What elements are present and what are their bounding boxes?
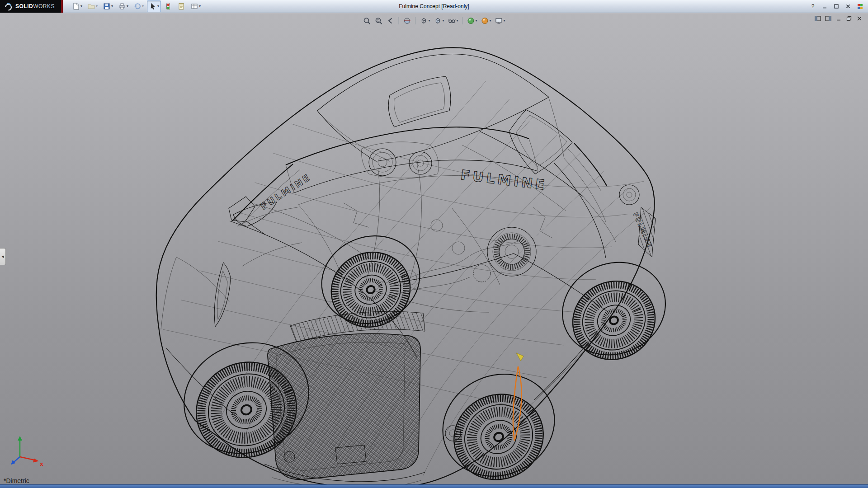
reference-triad: x: [6, 432, 45, 469]
view-orientation-button[interactable]: ▾: [419, 16, 431, 26]
main-toolbar: ▾ ▾ ▾ ▾: [63, 0, 203, 12]
file-properties-button[interactable]: [175, 0, 187, 12]
apply-scene-button[interactable]: ▾: [480, 16, 492, 26]
axis-x-label: x: [40, 461, 43, 467]
graphics-area[interactable]: FULMINE FULMINE FULMINE: [0, 13, 868, 485]
undo-icon: [133, 2, 142, 10]
close-button[interactable]: [844, 2, 853, 10]
edit-appearance-button[interactable]: ▾: [466, 16, 478, 26]
brand-text: SOLIDWORKS: [15, 3, 55, 9]
doc-pane-right-button[interactable]: [824, 15, 832, 22]
view-orientation-cube-icon: [420, 17, 428, 25]
dropdown-caret[interactable]: ▾: [127, 5, 128, 8]
options-button[interactable]: ▾: [189, 0, 203, 12]
brand-bold: SOLID: [15, 3, 33, 9]
print-icon: [118, 2, 126, 10]
minimize-button[interactable]: [820, 2, 829, 10]
help-icon: ?: [811, 3, 815, 9]
dropdown-caret[interactable]: ▾: [504, 19, 505, 23]
pane-right-icon: [825, 16, 831, 21]
save-button[interactable]: ▾: [101, 0, 115, 12]
highlighted-edge[interactable]: [513, 353, 524, 441]
maximize-icon: [834, 4, 839, 9]
dropdown-caret[interactable]: ▾: [476, 19, 477, 23]
dropdown-caret[interactable]: ▾: [96, 5, 98, 8]
dropdown-caret[interactable]: ▾: [111, 5, 113, 8]
pane-left-icon: [815, 16, 821, 21]
model-view[interactable]: FULMINE FULMINE FULMINE: [0, 13, 868, 485]
print-button[interactable]: ▾: [116, 0, 130, 12]
help-button[interactable]: ?: [808, 2, 817, 10]
zoom-to-fit-button[interactable]: [362, 16, 372, 26]
taskbar-edge: [0, 484, 868, 488]
rebuild-traffic-light-icon: [164, 2, 172, 10]
rebuild-button[interactable]: [162, 0, 174, 12]
glasses-icon: [448, 17, 456, 25]
doc-close-icon: [857, 16, 862, 21]
display-style-button[interactable]: ▾: [433, 16, 445, 26]
heads-up-view-toolbar: ▾ ▾ ▾ ▾: [359, 15, 509, 27]
section-view-icon: [403, 17, 411, 25]
maximize-button[interactable]: [832, 2, 841, 10]
brand-light: WORKS: [33, 3, 55, 9]
toolbar-separator: [462, 17, 463, 24]
open-folder-icon: [87, 2, 95, 10]
solidworks-logo: SOLIDWORKS: [0, 0, 61, 13]
dropdown-caret[interactable]: ▾: [442, 19, 444, 23]
open-button[interactable]: ▾: [85, 0, 99, 12]
document-window-controls: [814, 15, 863, 22]
save-icon: [103, 2, 111, 10]
dropdown-caret[interactable]: ▾: [428, 19, 430, 23]
doc-restore-icon: [846, 16, 852, 21]
select-cursor-icon: [149, 2, 157, 10]
toolbar-separator: [398, 17, 399, 24]
doc-minimize-icon: [836, 16, 841, 21]
display-style-icon: [434, 17, 442, 25]
section-view-button[interactable]: [402, 16, 412, 26]
new-document-icon: [72, 2, 80, 10]
wheels: [181, 240, 668, 485]
flyout-arrow-icon: ◀: [1, 255, 4, 258]
dropdown-caret[interactable]: ▾: [142, 5, 144, 8]
window-title: Fulmine Concept [Read-only]: [399, 3, 469, 9]
view-orientation-label: *Dimetric: [4, 477, 29, 484]
appearance-sphere-icon: [467, 17, 475, 25]
side-mirror: [229, 197, 255, 222]
dropdown-caret[interactable]: ▾: [157, 5, 159, 8]
undo-button[interactable]: ▾: [132, 0, 146, 12]
dropdown-caret[interactable]: ▾: [456, 19, 458, 23]
rear-badge: FULMINE: [460, 167, 548, 193]
view-settings-button[interactable]: ▾: [494, 16, 506, 26]
dropdown-caret[interactable]: ▾: [80, 5, 82, 8]
doc-close-button[interactable]: [855, 15, 863, 22]
file-properties-icon: [177, 2, 185, 10]
scene-sphere-icon: [481, 17, 489, 25]
previous-view-button[interactable]: [385, 16, 395, 26]
dassault-swirl-icon: [4, 2, 13, 11]
select-button[interactable]: ▾: [147, 0, 161, 12]
solidworks-window: SOLIDWORKS ▾ ▾ ▾: [0, 0, 868, 488]
doc-pane-left-button[interactable]: [814, 15, 822, 22]
view-settings-icon: [495, 17, 503, 25]
feature-tree-flyout-tab[interactable]: ◀: [0, 248, 6, 265]
doc-minimize-button[interactable]: [835, 15, 843, 22]
minimize-icon: [822, 4, 827, 9]
window-controls: ?: [808, 2, 868, 10]
zoom-to-area-icon: [374, 17, 382, 25]
previous-view-icon: [386, 17, 394, 25]
hide-show-items-button[interactable]: ▾: [447, 16, 459, 26]
zoom-to-fit-icon: [363, 17, 371, 25]
doc-restore-button[interactable]: [845, 15, 853, 22]
toolbar-separator: [415, 17, 415, 24]
app-grid-icon: [857, 4, 863, 9]
wireframe-car-model: FULMINE FULMINE FULMINE: [0, 13, 868, 485]
dropdown-caret[interactable]: ▾: [199, 5, 201, 8]
new-document-button[interactable]: ▾: [70, 0, 84, 12]
close-icon: [845, 4, 851, 9]
dropdown-caret[interactable]: ▾: [490, 19, 491, 23]
zoom-to-area-button[interactable]: [373, 16, 383, 26]
hood-badge: FULMINE: [259, 171, 313, 212]
titlebar: SOLIDWORKS ▾ ▾ ▾: [0, 0, 868, 13]
app-grid-button[interactable]: [855, 2, 864, 10]
options-sheet-icon: [190, 2, 198, 10]
